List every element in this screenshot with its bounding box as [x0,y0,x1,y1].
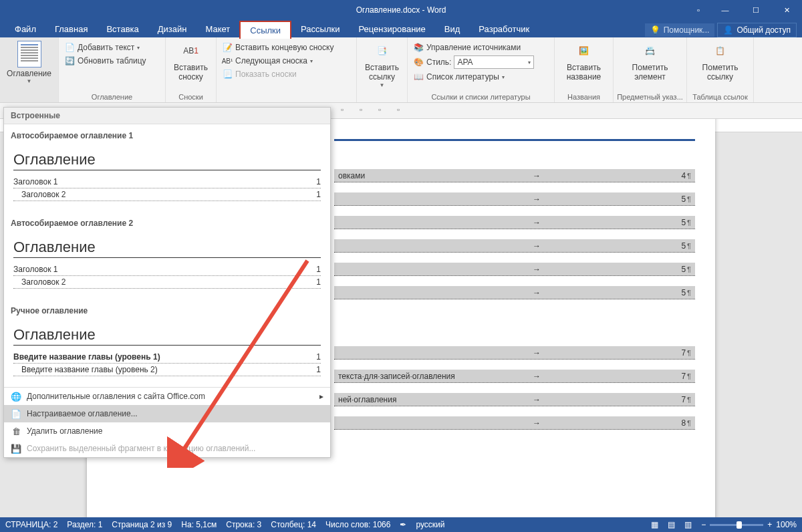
caption-icon: 🖼️ [573,40,595,61]
gallery-section-header: Встроенные [4,108,330,124]
chevron-down-icon: ▼ [7,78,51,84]
remove-toc-button[interactable]: 🗑Удалить оглавление [4,422,330,440]
zoom-control[interactable]: − + 100% [701,520,797,529]
tab-insert[interactable]: Вставка [97,21,148,37]
status-line[interactable]: Строка: 3 [226,520,261,529]
status-position[interactable]: На: 5,1см [181,520,217,529]
window-title: Оглавление.docx - Word [356,5,446,15]
next-footnote-button[interactable]: AB¹Следующая сноска ▾ [219,55,354,67]
show-notes-icon: 📃 [222,69,233,80]
more-toc-office-button[interactable]: 🌐Дополнительные оглавления с сайта Offic… [4,388,330,405]
view-web-icon[interactable]: ▥ [684,520,692,529]
toc-entry[interactable]: →5 [334,239,695,253]
status-page-of[interactable]: Страница 2 из 9 [112,520,172,529]
style-dropdown[interactable]: APA▾ [454,55,534,69]
tab-view[interactable]: Вид [435,21,470,37]
qat-icon[interactable]: ▫ [397,105,409,117]
gallery-item-auto1[interactable]: Автособираемое оглавление 1 Оглавление З… [4,124,330,212]
tab-developer[interactable]: Разработчик [469,21,539,37]
tab-file[interactable]: Файл [5,21,45,37]
status-bar: СТРАНИЦА: 2 Раздел: 1 Страница 2 из 9 На… [0,517,802,532]
tab-mailings[interactable]: Рассылки [291,21,349,37]
citation-icon: 📑 [372,40,393,61]
ribbon-tabs: Файл Главная Вставка Дизайн Макет Ссылки… [0,20,802,37]
next-footnote-icon: AB¹ [222,55,233,66]
view-read-icon[interactable]: ▦ [651,520,658,529]
biblio-icon: 📖 [413,72,424,82]
add-text-button[interactable]: 📄Добавить текст ▾ [61,41,162,53]
lightbulb-icon: 💡 [650,25,660,35]
mark-index-entry-button[interactable]: 📇 Пометить элемент [616,39,684,84]
refresh-icon: 🔄 [64,55,75,66]
toc-entry[interactable]: →5 [334,286,695,299]
share-button[interactable]: 👤 Общий доступ [717,23,797,37]
save-icon: 💾 [11,443,21,454]
toc-entry[interactable]: →8 [334,416,695,430]
toc-icon [17,41,41,68]
status-page[interactable]: СТРАНИЦА: 2 [5,520,57,529]
qat-icon[interactable]: ▫ [341,105,353,117]
tab-layout[interactable]: Макет [196,21,239,37]
toc-entry[interactable]: текста·для·записей·оглавления →7 [334,370,695,383]
update-table-button[interactable]: 🔄Обновить таблицу [61,55,162,67]
insert-endnote-button[interactable]: 📝Вставить концевую сноску [219,41,354,53]
add-text-icon: 📄 [64,42,75,53]
save-toc-selection-button: 💾Сохранить выделенный фрагмент в коллекц… [4,440,330,457]
sources-icon: 📚 [413,42,424,53]
status-column[interactable]: Столбец: 14 [271,520,316,529]
insert-citation-button[interactable]: 📑 Вставить ссылку ▼ [360,39,404,90]
gallery-item-auto2[interactable]: Автособираемое оглавление 2 Оглавление З… [4,212,330,299]
toc-entry[interactable]: →7 [334,346,695,360]
citation-style-row: 🎨Стиль: APA▾ [410,55,551,70]
doc-heading-rule [334,139,695,141]
toc-entry[interactable]: →5 [334,216,695,229]
toc-entry[interactable]: ней·оглавления →7 [334,393,695,406]
custom-toc-icon: 📄 [11,408,21,419]
insert-footnote-button[interactable]: AB1 Вставить сноску [168,39,213,84]
share-icon: 👤 [723,25,733,35]
index-icon: 📇 [640,40,661,61]
insert-caption-button[interactable]: 🖼️ Вставить название [557,39,610,84]
style-icon: 🎨 [413,57,424,68]
view-print-icon[interactable]: ▤ [668,520,675,529]
zoom-level[interactable]: 100% [776,520,797,529]
show-footnotes-button[interactable]: 📃Показать сноски [219,68,354,80]
ribbon-options-icon[interactable]: ▫ [687,0,710,20]
zoom-in-icon[interactable]: + [767,520,772,529]
manage-sources-button[interactable]: 📚Управление источниками [410,41,551,53]
close-button[interactable]: ✕ [771,0,802,20]
endnote-icon: 📝 [222,42,233,53]
minimize-button[interactable]: — [710,0,741,20]
titlebar: Оглавление.docx - Word ▫ — ☐ ✕ [0,0,802,20]
qat-icon[interactable]: ▫ [378,105,390,117]
mark-citation-button[interactable]: 📋 Пометить ссылку [690,39,751,84]
status-section[interactable]: Раздел: 1 [67,520,102,529]
toc-entry[interactable]: овками→4 [334,169,695,182]
bibliography-button[interactable]: 📖Список литературы ▾ [410,71,551,83]
ribbon: Оглавление ▼ 📄Добавить текст ▾ 🔄Обновить… [0,37,802,103]
status-word-count[interactable]: Число слов: 1066 [325,520,390,529]
tell-me-search[interactable]: 💡 Помощник... [645,23,715,37]
footnote-icon: AB1 [180,40,202,61]
custom-toc-button[interactable]: 📄Настраиваемое оглавление... [4,405,330,422]
toc-entry[interactable]: →5 [334,192,695,206]
spellcheck-icon[interactable]: ✒ [400,520,406,529]
maximize-button[interactable]: ☐ [741,0,771,20]
remove-icon: 🗑 [11,426,21,436]
tab-design[interactable]: Дизайн [148,21,196,37]
toc-button[interactable]: Оглавление ▼ [3,39,55,86]
gallery-item-manual[interactable]: Ручное оглавление Оглавление Введите наз… [4,299,330,387]
zoom-out-icon[interactable]: − [701,520,706,529]
status-language[interactable]: русский [416,520,444,529]
toa-icon: 📋 [710,40,731,61]
tab-review[interactable]: Рецензирование [349,21,434,37]
toc-gallery-dropdown: Встроенные Автособираемое оглавление 1 О… [3,107,331,458]
toc-entry[interactable]: →5 [334,263,695,276]
qat-icon[interactable]: ▫ [360,105,372,117]
tab-home[interactable]: Главная [45,21,97,37]
office-icon: 🌐 [11,391,21,402]
tab-references[interactable]: Ссылки [239,21,291,39]
zoom-slider[interactable] [710,524,763,526]
